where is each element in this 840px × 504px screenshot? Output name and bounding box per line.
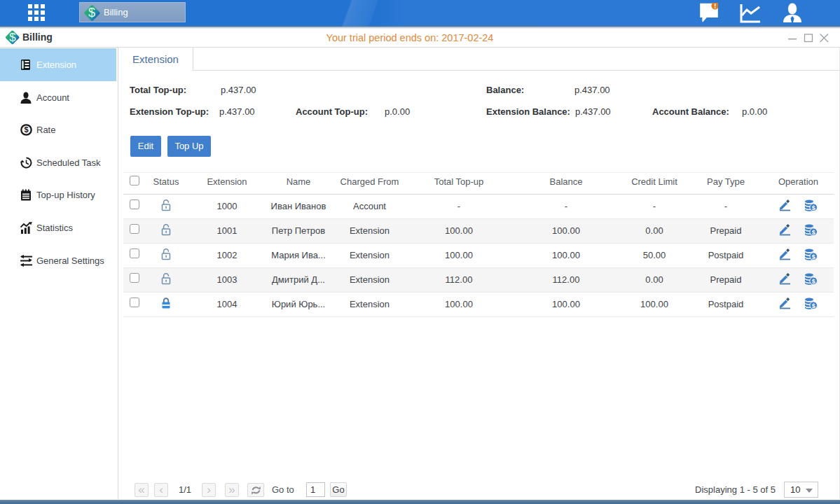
- svg-text:$: $: [812, 253, 815, 260]
- svg-text:$: $: [812, 204, 815, 211]
- svg-text:$: $: [812, 302, 815, 309]
- svg-text:$: $: [812, 277, 815, 284]
- svg-text:$: $: [24, 126, 28, 134]
- svg-text:$: $: [812, 228, 815, 235]
